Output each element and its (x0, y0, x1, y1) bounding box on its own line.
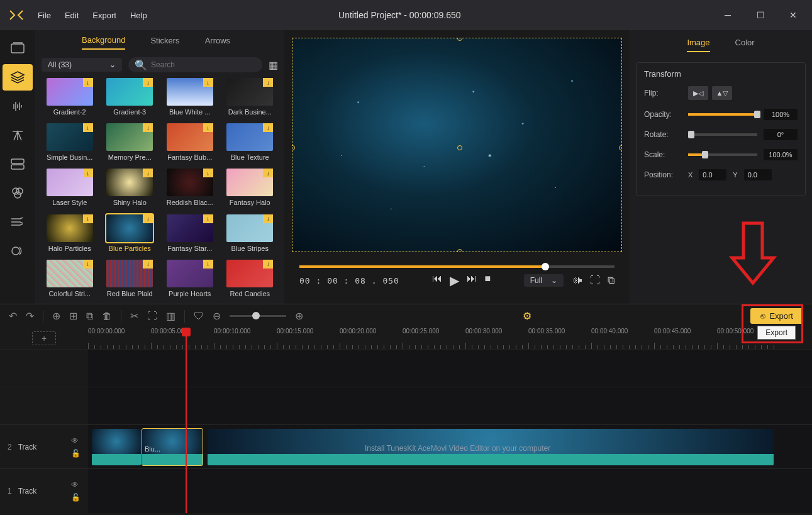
tab-stickers[interactable]: Stickers (150, 36, 179, 49)
download-badge-icon[interactable]: ↓ (263, 169, 273, 177)
playhead[interactable] (186, 328, 187, 513)
flip-vertical-button[interactable]: ▲▽ (712, 86, 732, 100)
flip-horizontal-button[interactable]: ▶◁ (688, 86, 708, 100)
timeline-body[interactable]: 00:00:00.00000:00:05.00000:00:10.00000:0… (88, 328, 812, 513)
background-item[interactable]: ↓Memory Pre... (102, 123, 159, 165)
background-item[interactable]: ↓Laser Style (42, 169, 98, 210)
search-box[interactable]: 🔍 (128, 57, 262, 72)
visibility-icon[interactable]: 👁 (71, 436, 81, 445)
background-item[interactable]: ↓Simple Busin... (42, 123, 98, 165)
lock-icon[interactable]: 🔓 (71, 449, 81, 458)
background-item[interactable]: ↓Dark Busine... (222, 78, 279, 119)
fullscreen-icon[interactable]: ⧉ (608, 275, 615, 286)
download-badge-icon[interactable]: ↓ (143, 123, 153, 132)
track-row[interactable]: Blu...Install TunesKit AceMovi Video Edi… (88, 424, 812, 468)
download-badge-icon[interactable]: ↓ (263, 123, 273, 132)
nav-filters-icon[interactable] (3, 180, 33, 206)
background-thumb[interactable]: ↓ (47, 169, 93, 196)
background-thumb[interactable]: ↓ (167, 78, 213, 106)
nav-text-icon[interactable] (3, 122, 33, 148)
pos-y-value[interactable]: 0.0 (744, 169, 772, 180)
background-thumb[interactable]: ↓ (106, 78, 153, 106)
background-thumb[interactable]: ↓ (167, 214, 213, 242)
zoom-out-button[interactable]: ⊖ (213, 310, 221, 322)
close-button[interactable]: ✕ (781, 6, 806, 25)
tab-image[interactable]: Image (687, 38, 709, 52)
resize-handle[interactable] (457, 38, 462, 41)
background-thumb[interactable]: ↓ (167, 123, 213, 151)
download-badge-icon[interactable]: ↓ (143, 260, 153, 269)
track-header-2[interactable]: 2 Track 👁🔓 (0, 424, 88, 468)
background-item[interactable]: ↓Blue Particles (102, 214, 159, 256)
background-item[interactable]: ↓Gradient-2 (42, 78, 98, 119)
background-thumb[interactable]: ↓ (47, 260, 93, 287)
zoom-in-button[interactable]: ⊕ (295, 310, 303, 322)
grid-view-icon[interactable]: ▦ (269, 59, 278, 71)
size-select[interactable]: Full ⌄ (524, 274, 564, 287)
volume-icon[interactable]: 🕪 (572, 275, 582, 286)
background-thumb[interactable]: ↓ (167, 260, 213, 287)
timeline-clip[interactable]: Install TunesKit AceMovi Video Editor on… (208, 429, 774, 465)
background-item[interactable]: ↓Fantasy Bub... (162, 123, 218, 165)
settings-icon[interactable]: ⚙ (523, 310, 531, 322)
background-thumb[interactable]: ↓ (106, 260, 153, 287)
zoom-slider[interactable] (230, 315, 286, 317)
background-item[interactable]: ↓Fantasy Star... (162, 214, 218, 256)
timeline-clip[interactable] (92, 429, 141, 465)
timeline-clip[interactable]: Blu... (142, 429, 203, 465)
maximize-button[interactable]: ☐ (748, 6, 773, 25)
pos-x-value[interactable]: 0.0 (699, 169, 726, 180)
resize-handle[interactable] (619, 145, 622, 150)
background-thumb[interactable]: ↓ (226, 260, 273, 287)
download-badge-icon[interactable]: ↓ (83, 169, 93, 177)
download-badge-icon[interactable]: ↓ (143, 78, 153, 87)
background-thumb[interactable]: ↓ (47, 78, 93, 106)
timeline-ruler[interactable]: 00:00:00.00000:00:05.00000:00:10.00000:0… (88, 328, 812, 349)
background-item[interactable]: ↓Red Blue Plaid (102, 260, 159, 301)
background-item[interactable]: ↓Fantasy Halo (222, 169, 279, 210)
background-thumb[interactable]: ↓ (226, 214, 273, 242)
download-badge-icon[interactable]: ↓ (83, 78, 93, 87)
download-badge-icon[interactable]: ↓ (263, 214, 273, 223)
download-badge-icon[interactable]: ↓ (143, 214, 153, 223)
add-icon[interactable]: ⊞ (69, 310, 77, 322)
tab-arrows[interactable]: Arrows (205, 36, 230, 49)
background-item[interactable]: ↓Purple Hearts (162, 260, 218, 301)
play-button[interactable]: ▶ (450, 273, 459, 288)
download-badge-icon[interactable]: ↓ (203, 123, 213, 132)
add-track-button[interactable]: + (32, 331, 56, 345)
background-thumb[interactable]: ↓ (47, 123, 93, 151)
nav-animations-icon[interactable] (3, 238, 33, 264)
background-item[interactable]: ↓Blue Stripes (222, 214, 279, 256)
background-item[interactable]: ↓Blue Texture (222, 123, 279, 165)
background-thumb[interactable]: ↓ (106, 123, 153, 151)
tab-color[interactable]: Color (735, 38, 755, 52)
prev-frame-button[interactable]: ⏮ (432, 273, 442, 288)
resize-handle[interactable] (292, 145, 295, 150)
redo-button[interactable]: ↷ (26, 310, 34, 322)
download-badge-icon[interactable]: ↓ (203, 214, 213, 223)
lock-icon[interactable]: 🔓 (71, 493, 81, 502)
background-thumb[interactable]: ↓ (47, 214, 93, 242)
background-item[interactable]: ↓Red Candies (222, 260, 279, 301)
minimize-button[interactable]: ─ (715, 6, 740, 25)
progress-bar[interactable] (299, 265, 615, 268)
background-thumb[interactable]: ↓ (167, 169, 213, 196)
download-badge-icon[interactable]: ↓ (203, 260, 213, 269)
nav-transitions-icon[interactable] (3, 209, 33, 235)
background-thumb[interactable]: ↓ (106, 214, 153, 242)
background-item[interactable]: ↓Blue White ... (162, 78, 218, 119)
nav-audio-icon[interactable] (3, 93, 33, 119)
scale-slider[interactable] (688, 153, 757, 156)
split-icon[interactable]: ▥ (166, 310, 175, 322)
download-badge-icon[interactable]: ↓ (263, 78, 273, 87)
nav-split-icon[interactable] (3, 151, 33, 177)
cut-icon[interactable]: ✂ (130, 310, 138, 322)
nav-layers-icon[interactable] (3, 64, 33, 91)
center-handle[interactable] (457, 145, 462, 150)
background-thumb[interactable]: ↓ (226, 169, 273, 196)
filter-select[interactable]: All (33) ⌄ (42, 58, 122, 72)
progress-knob[interactable] (542, 263, 549, 270)
scale-value[interactable]: 100.0% (764, 149, 798, 160)
background-item[interactable]: ↓Reddish Blac... (162, 169, 218, 210)
